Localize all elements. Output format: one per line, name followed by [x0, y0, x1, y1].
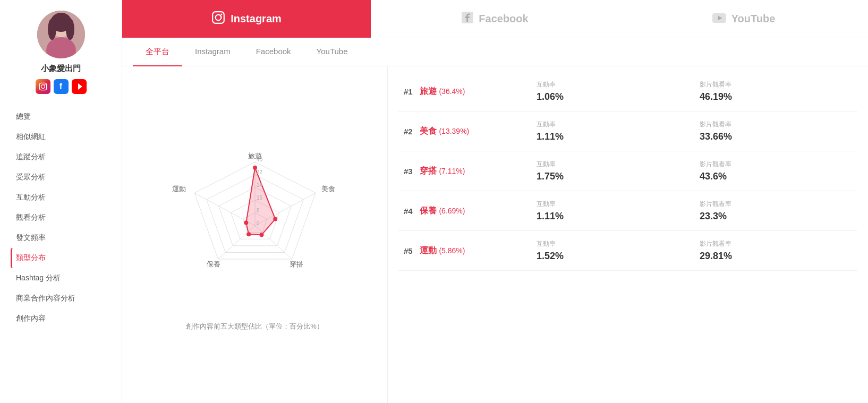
view-label: 影片觀看率 — [700, 239, 841, 248]
view-label: 影片觀看率 — [700, 160, 841, 169]
sidebar-item-content[interactable]: 創作內容 — [11, 308, 111, 329]
youtube-icon[interactable] — [72, 79, 87, 94]
main-content: Instagram Facebook YouTube 全平台 Instagram… — [122, 0, 868, 403]
svg-point-11 — [216, 14, 222, 20]
interaction-label: 互動率 — [537, 160, 678, 169]
rank-name: 運動 — [420, 246, 437, 255]
view-value: 43.6% — [700, 171, 841, 182]
sub-tab-all[interactable]: 全平台 — [133, 38, 182, 66]
view-value: 29.81% — [700, 251, 841, 262]
rank-item-2: #2 美食 (13.39%) 互動率 1.11% 影片觀看率 33.66% — [398, 112, 857, 151]
sidebar: 小象愛出門 f 總覽 相似網紅 追蹤分析 受眾分析 互動分析 觀看分析 發文頻率… — [0, 0, 122, 403]
rank-interaction: 互動率 1.11% — [526, 120, 689, 142]
platform-tab-instagram[interactable]: Instagram — [122, 0, 371, 38]
avatar-image — [37, 11, 85, 58]
svg-point-7 — [41, 85, 45, 89]
rank-number: #5 — [404, 246, 420, 255]
rank-label: 美食 (13.39%) — [420, 126, 526, 137]
interaction-value: 1.11% — [537, 131, 678, 142]
view-value: 46.19% — [700, 91, 841, 102]
rank-number: #3 — [404, 167, 420, 176]
interaction-label: 互動率 — [537, 239, 678, 248]
social-icons: f — [36, 79, 87, 94]
rank-view: 影片觀看率 29.81% — [689, 239, 852, 262]
sidebar-item-tracking[interactable]: 追蹤分析 — [11, 147, 111, 167]
view-label: 影片觀看率 — [700, 200, 841, 209]
svg-point-8 — [44, 84, 45, 85]
sub-tab-instagram[interactable]: Instagram — [182, 38, 243, 66]
sidebar-item-views[interactable]: 觀看分析 — [11, 208, 111, 228]
rank-interaction: 互動率 1.06% — [526, 80, 689, 102]
rank-name: 旅遊 — [420, 87, 437, 96]
rank-item-3: #3 穿搭 (7.11%) 互動率 1.75% 影片觀看率 43.6% — [398, 151, 857, 191]
sidebar-item-similar[interactable]: 相似網紅 — [11, 127, 111, 147]
platform-tab-facebook-label: Facebook — [479, 13, 528, 25]
rank-pct: (6.69%) — [439, 207, 465, 215]
radar-chart: 旅遊 美食 穿搭 保養 運動 0 8 16 24 32 40 — [159, 138, 351, 313]
interaction-value: 1.06% — [537, 91, 678, 102]
rank-view: 影片觀看率 43.6% — [689, 160, 852, 182]
scale-16: 16 — [257, 195, 263, 201]
sidebar-item-hashtag[interactable]: Hashtag 分析 — [11, 268, 111, 288]
facebook-platform-icon — [462, 12, 473, 26]
rank-pct: (7.11%) — [439, 167, 465, 175]
sub-tab-facebook[interactable]: Facebook — [243, 38, 304, 66]
instagram-icon[interactable] — [36, 79, 50, 94]
svg-point-12 — [221, 13, 223, 15]
rank-view: 影片觀看率 23.3% — [689, 200, 852, 222]
rank-number: #1 — [404, 87, 420, 96]
radar-point-exercise — [244, 221, 248, 225]
rank-item-1: #1 旅遊 (36.4%) 互動率 1.06% 影片觀看率 46.19% — [398, 72, 857, 112]
rank-label: 穿搭 (7.11%) — [420, 166, 526, 177]
platform-tab-youtube[interactable]: YouTube — [619, 0, 868, 38]
interaction-label: 互動率 — [537, 80, 678, 89]
rank-name: 保養 — [420, 206, 437, 215]
rank-number: #2 — [404, 127, 420, 136]
rank-name: 穿搭 — [420, 166, 437, 175]
avatar — [37, 11, 85, 58]
view-label: 影片觀看率 — [700, 80, 841, 89]
rank-label: 保養 (6.69%) — [420, 205, 526, 217]
sidebar-item-interaction[interactable]: 互動分析 — [11, 187, 111, 208]
chart-area: 旅遊 美食 穿搭 保養 運動 0 8 16 24 32 40 創作內容前五大類型… — [122, 66, 388, 403]
interaction-value: 1.75% — [537, 171, 678, 182]
rank-view: 影片觀看率 46.19% — [689, 80, 852, 102]
radar-point-food — [273, 217, 277, 221]
view-value: 23.3% — [700, 211, 841, 222]
sidebar-item-frequency[interactable]: 發文頻率 — [11, 228, 111, 248]
scale-24: 24 — [257, 182, 263, 188]
facebook-icon[interactable]: f — [54, 79, 69, 94]
interaction-value: 1.52% — [537, 251, 678, 262]
sidebar-item-overview[interactable]: 總覽 — [11, 107, 111, 127]
axis-label-exercise: 運動 — [172, 185, 186, 193]
rank-pct: (36.4%) — [439, 87, 465, 96]
axis-label-food: 美食 — [321, 185, 335, 193]
platform-tab-instagram-label: Instagram — [231, 13, 282, 25]
rank-number: #4 — [404, 207, 420, 216]
interaction-value: 1.11% — [537, 211, 678, 222]
svg-point-4 — [48, 19, 56, 40]
view-label: 影片觀看率 — [700, 120, 841, 129]
platform-tab-facebook[interactable]: Facebook — [371, 0, 619, 38]
sub-tab-youtube[interactable]: YouTube — [304, 38, 361, 66]
chart-title: 創作內容前五大類型佔比（單位：百分比%） — [186, 322, 324, 331]
instagram-platform-icon — [211, 11, 225, 28]
scale-32: 32 — [257, 169, 263, 175]
content-area: 旅遊 美食 穿搭 保養 運動 0 8 16 24 32 40 創作內容前五大類型… — [122, 66, 868, 403]
interaction-label: 互動率 — [537, 200, 678, 209]
rank-interaction: 互動率 1.11% — [526, 200, 689, 222]
axis-label-outfit: 穿搭 — [290, 260, 303, 268]
view-value: 33.66% — [700, 131, 841, 142]
platform-header: Instagram Facebook YouTube — [122, 0, 868, 38]
svg-point-5 — [66, 19, 74, 40]
svg-marker-9 — [78, 83, 82, 90]
sub-tabs: 全平台 Instagram Facebook YouTube — [122, 38, 868, 66]
radar-point-skincare — [246, 232, 251, 236]
sidebar-item-audience[interactable]: 受眾分析 — [11, 167, 111, 187]
sidebar-item-category[interactable]: 類型分布 — [11, 248, 111, 268]
scale-40: 40 — [257, 157, 263, 162]
rank-interaction: 互動率 1.75% — [526, 160, 689, 182]
rank-item-4: #4 保養 (6.69%) 互動率 1.11% 影片觀看率 23.3% — [398, 191, 857, 231]
sidebar-item-collab[interactable]: 商業合作內容分析 — [11, 288, 111, 308]
platform-tab-youtube-label: YouTube — [731, 13, 776, 25]
